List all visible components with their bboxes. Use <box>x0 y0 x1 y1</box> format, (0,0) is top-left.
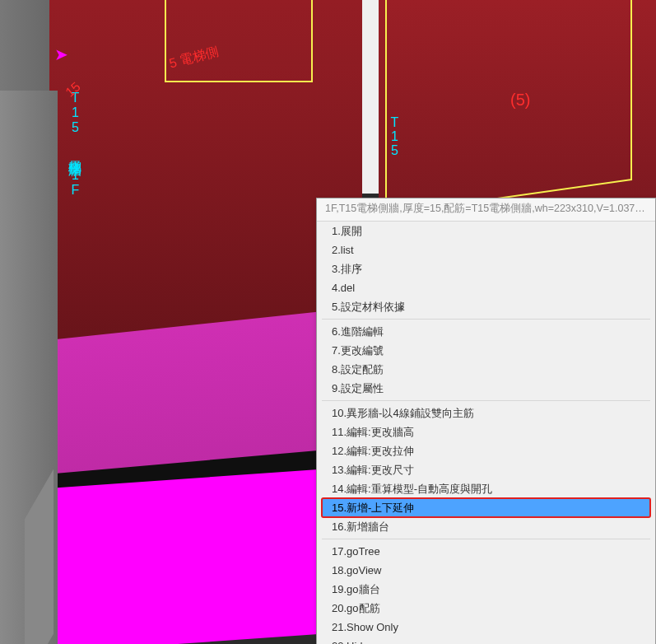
menu-item-material[interactable]: 5.設定材料依據 <box>317 297 655 316</box>
menu-item-adv-edit[interactable]: 6.進階編輯 <box>317 322 655 341</box>
selection-outline <box>165 0 313 82</box>
menu-separator <box>322 319 650 320</box>
menu-item-gorebar[interactable]: 20.go配筋 <box>317 599 655 618</box>
annotation-text: T15 電梯側牆 1F <box>66 91 83 198</box>
annotation-text: T15 <box>387 115 402 157</box>
menu-item-change-id[interactable]: 7.更改編號 <box>317 341 655 360</box>
menu-item-del[interactable]: 4.del <box>317 278 655 297</box>
menu-item-recalc-model[interactable]: 14.編輯:重算模型-自動高度與開孔 <box>317 479 655 498</box>
menu-item-edit-extrude[interactable]: 12.編輯:更改拉伸 <box>317 441 655 460</box>
menu-item-showonly[interactable]: 21.Show Only <box>317 618 655 637</box>
slab-block <box>25 467 354 644</box>
menu-item-gotree[interactable]: 17.goTree <box>317 542 655 561</box>
menu-separator <box>322 400 650 401</box>
annotation-text: (5) <box>510 91 530 110</box>
menu-item-list[interactable]: 2.list <box>317 240 655 259</box>
menu-item-irregular-wall[interactable]: 10.異形牆-以4線鋪設雙向主筋 <box>317 404 655 422</box>
menu-item-add-parapet[interactable]: 16.新增牆台 <box>317 517 655 536</box>
menu-item-goview[interactable]: 18.goView <box>317 561 655 580</box>
menu-item-set-rebar[interactable]: 8.設定配筋 <box>317 360 655 379</box>
menu-item-sort[interactable]: 3.排序 <box>317 259 655 278</box>
menu-item-edit-height[interactable]: 11.編輯:更改牆高 <box>317 422 655 441</box>
menu-item-hide[interactable]: 22.Hide <box>317 637 655 644</box>
selection-outline <box>385 0 632 215</box>
menu-item-goparapet[interactable]: 19.go牆台 <box>317 580 655 599</box>
viewport-3d[interactable]: T15 電梯側牆 1F T15 5 電梯側 15 (5) ➤ 1F,T15電梯側… <box>0 0 656 644</box>
axis-arrow-icon: ➤ <box>54 44 68 64</box>
context-menu: 1F,T15電梯側牆,厚度=15,配筋=T15電梯側牆,wh=223x310,V… <box>316 198 656 644</box>
menu-item-edit-size[interactable]: 13.編輯:更改尺寸 <box>317 460 655 479</box>
menu-item-expand[interactable]: 1.展開 <box>317 222 655 240</box>
menu-separator <box>322 539 650 539</box>
menu-item-add-extend[interactable]: 15.新增-上下延伸 <box>322 498 650 517</box>
menu-item-set-prop[interactable]: 9.設定屬性 <box>317 379 655 398</box>
context-menu-title: 1F,T15電梯側牆,厚度=15,配筋=T15電梯側牆,wh=223x310,V… <box>317 198 655 222</box>
